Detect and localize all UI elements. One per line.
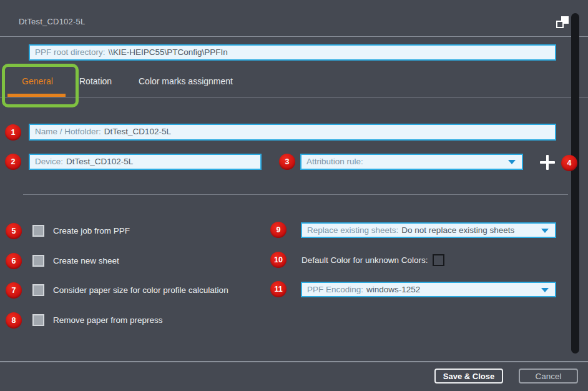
hotfolder-settings-dialog: DtTest_CD102-5L PPF root directory:\\KIE… xyxy=(0,0,588,391)
ppf-encoding-label: PPF Encoding: xyxy=(307,285,363,294)
chevron-down-icon xyxy=(508,160,516,164)
replace-existing-sheets-dropdown[interactable]: Replace existing sheets:Do not replace e… xyxy=(301,222,556,238)
attribution-rule-dropdown[interactable]: Attribution rule: xyxy=(300,154,523,170)
create-new-sheet-label: Create new sheet xyxy=(53,256,119,265)
annotation-highlight-general-tab xyxy=(2,64,79,107)
create-new-sheet-checkbox[interactable] xyxy=(32,255,44,267)
annotation-marker-5: 5 xyxy=(6,223,22,239)
name-hotfolder-label: Name / Hotfolder: xyxy=(35,127,101,136)
device-label: Device: xyxy=(35,157,63,166)
remove-paper-from-prepress-checkbox[interactable] xyxy=(32,314,44,326)
vertical-scrollbar[interactable] xyxy=(571,13,579,354)
restore-front-square xyxy=(556,21,564,28)
annotation-marker-3: 3 xyxy=(279,154,295,170)
annotation-marker-6: 6 xyxy=(6,253,22,269)
ppf-root-value: \\KIE-HEIPC55\PTConfig\PPFIn xyxy=(109,47,228,57)
ppf-encoding-value: windows-1252 xyxy=(366,285,420,294)
checkbox-row-remove-paper-from-prepress[interactable]: Remove paper from prepress xyxy=(32,314,163,326)
name-hotfolder-value: DtTest_CD102-5L xyxy=(104,127,171,136)
footer-divider xyxy=(0,361,588,362)
attribution-rule-label: Attribution rule: xyxy=(306,157,363,166)
annotation-marker-9: 9 xyxy=(270,222,287,238)
restore-window-icon[interactable] xyxy=(556,15,570,29)
save-close-button[interactable]: Save & Close xyxy=(434,369,503,384)
add-attribution-rule-button[interactable] xyxy=(540,155,555,170)
annotation-marker-11: 11 xyxy=(270,281,287,297)
annotation-marker-2: 2 xyxy=(5,154,21,170)
checkbox-row-create-job-from-ppf[interactable]: Create job from PPF xyxy=(32,225,130,237)
ppf-root-label: PPF root directory: xyxy=(35,47,105,57)
consider-paper-size-label: Consider paper size for color profile ca… xyxy=(53,285,228,295)
ppf-root-directory-field[interactable]: PPF root directory:\\KIE-HEIPC55\PTConfi… xyxy=(29,44,556,61)
checkbox-row-consider-paper-size[interactable]: Consider paper size for color profile ca… xyxy=(32,284,228,296)
ppf-encoding-dropdown[interactable]: PPF Encoding:windows-1252 xyxy=(301,282,556,297)
window-title: DtTest_CD102-5L xyxy=(19,17,85,26)
cancel-button[interactable]: Cancel xyxy=(519,369,578,384)
checkbox-row-create-new-sheet[interactable]: Create new sheet xyxy=(32,255,119,267)
replace-existing-sheets-value: Do not replace existing sheets xyxy=(401,225,514,235)
titlebar-divider xyxy=(0,36,588,37)
replace-existing-sheets-label: Replace existing sheets: xyxy=(307,225,398,235)
name-hotfolder-field[interactable]: Name / Hotfolder:DtTest_CD102-5L xyxy=(29,124,556,141)
remove-paper-from-prepress-label: Remove paper from prepress xyxy=(53,315,163,325)
tab-color-marks-assignment[interactable]: Color marks assignment xyxy=(139,76,233,86)
annotation-marker-4: 4 xyxy=(561,155,577,171)
chevron-down-icon xyxy=(541,288,549,292)
annotation-marker-1: 1 xyxy=(5,124,21,141)
annotation-marker-8: 8 xyxy=(6,312,22,329)
create-job-from-ppf-label: Create job from PPF xyxy=(53,226,130,235)
consider-paper-size-checkbox[interactable] xyxy=(32,284,44,296)
annotation-marker-10: 10 xyxy=(270,252,287,268)
annotation-marker-7: 7 xyxy=(6,282,22,299)
default-color-swatch[interactable] xyxy=(433,254,444,266)
tab-rotation[interactable]: Rotation xyxy=(79,76,112,86)
device-value: DtTest_CD102-5L xyxy=(66,157,133,166)
chevron-down-icon xyxy=(541,229,549,233)
tabs-divider xyxy=(0,97,588,98)
section-divider xyxy=(23,194,568,195)
device-field[interactable]: Device:DtTest_CD102-5L xyxy=(29,154,262,170)
create-job-from-ppf-checkbox[interactable] xyxy=(32,225,44,237)
default-color-label: Default Color for unknown Colors: xyxy=(301,255,428,265)
